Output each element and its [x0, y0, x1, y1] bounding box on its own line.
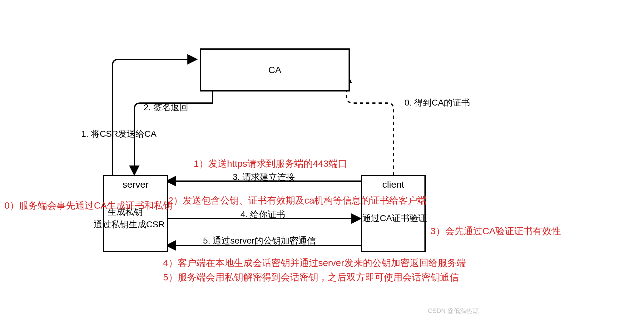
node-ca: CA	[200, 48, 350, 91]
annotation-0: 0）服务端会事先通过CA生成证书和私钥	[4, 199, 172, 212]
server-sub2: 通过私钥生成CSR	[94, 219, 165, 230]
node-server-label: server	[122, 179, 148, 190]
annotation-1: 1）发送https请求到服务端的443端口	[194, 157, 347, 170]
arrow-client-to-ca	[347, 73, 394, 175]
watermark: CSDN @低温热源	[428, 307, 479, 315]
edge-3-label: 3. 请求建立连接	[233, 171, 295, 183]
node-client-label: client	[382, 179, 404, 190]
client-sub: 通过CA证书验证	[362, 212, 427, 224]
edge-4-label: 4. 给你证书	[240, 209, 285, 220]
edge-1-label: 1. 将CSR发送给CA	[81, 128, 156, 140]
annotation-2: 2）发送包含公钥、证书有效期及ca机构等信息的证书给客户端	[168, 194, 427, 207]
edge-5-label: 5. 通过server的公钥加密通信	[203, 235, 316, 247]
node-ca-label: CA	[268, 65, 281, 75]
annotation-4: 4）客户端在本地生成会话密钥并通过server发来的公钥加密返回给服务端	[163, 257, 466, 269]
diagram-canvas: CA server 生成私钥 通过私钥生成CSR client 通过CA证书验证…	[0, 0, 644, 326]
edge-0-label: 0. 得到CA的证书	[404, 97, 470, 109]
annotation-5: 5）服务端会用私钥解密得到会话密钥，之后双方即可使用会话密钥通信	[163, 271, 459, 284]
annotation-3: 3）会先通过CA验证证书有效性	[430, 225, 561, 238]
edge-2-label: 2. 签名返回	[144, 101, 188, 113]
arrow-csr-to-ca	[112, 59, 197, 175]
